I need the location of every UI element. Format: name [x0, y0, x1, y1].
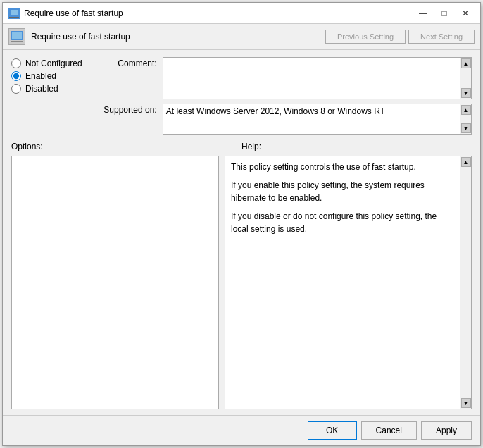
- disabled-radio[interactable]: [11, 84, 21, 94]
- disabled-option[interactable]: Disabled: [11, 84, 82, 94]
- window-icon: [8, 8, 20, 19]
- cancel-button[interactable]: Cancel: [361, 421, 417, 440]
- help-scroll-down[interactable]: ▼: [461, 398, 471, 408]
- window-title: Require use of fast startup: [24, 8, 123, 18]
- section-labels: Options: Help:: [11, 142, 472, 151]
- supported-scroll-down[interactable]: ▼: [461, 123, 471, 133]
- toolbar: Require use of fast startup Previous Set…: [3, 24, 480, 50]
- scroll-up-arrow[interactable]: ▲: [461, 58, 471, 68]
- supported-scroll-up[interactable]: ▲: [461, 105, 471, 115]
- comment-row: Comment: ▲ ▼: [94, 57, 472, 99]
- nav-buttons: Previous Setting Next Setting: [325, 30, 475, 44]
- svg-rect-2: [9, 17, 19, 18]
- svg-rect-5: [11, 41, 23, 42]
- ok-button[interactable]: OK: [308, 421, 357, 440]
- disabled-label: Disabled: [25, 84, 58, 94]
- help-p2: If you enable this policy setting, the s…: [231, 179, 454, 204]
- supported-box: At least Windows Server 2012, Windows 8 …: [163, 104, 472, 135]
- minimize-button[interactable]: —: [414, 6, 432, 20]
- apply-button[interactable]: Apply: [421, 421, 472, 440]
- svg-rect-4: [12, 32, 22, 39]
- supported-scrollbar: ▲ ▼: [460, 104, 471, 134]
- title-bar: Require use of fast startup — □ ✕: [3, 3, 480, 24]
- comment-label: Comment:: [94, 57, 157, 68]
- help-text: This policy setting controls the use of …: [225, 156, 460, 409]
- radio-group: Not Configured Enabled Disabled: [11, 56, 82, 97]
- help-panel: This policy setting controls the use of …: [225, 156, 472, 409]
- help-p3: If you disable or do not configure this …: [231, 210, 454, 235]
- comment-input-wrapper: ▲ ▼: [163, 57, 472, 99]
- help-panel-inner: This policy setting controls the use of …: [225, 156, 471, 409]
- svg-rect-1: [11, 10, 18, 15]
- help-label: Help:: [242, 142, 472, 151]
- enabled-option[interactable]: Enabled: [11, 71, 82, 81]
- main-content: Not Configured Enabled Disabled Comment:: [3, 50, 480, 415]
- next-setting-button[interactable]: Next Setting: [408, 30, 475, 44]
- footer: OK Cancel Apply: [3, 415, 480, 445]
- help-scroll-up[interactable]: ▲: [461, 157, 471, 167]
- scroll-down-arrow[interactable]: ▼: [461, 88, 471, 98]
- help-scrollbar: ▲ ▼: [460, 156, 471, 409]
- toolbar-left: Require use of fast startup: [8, 28, 130, 45]
- enabled-radio[interactable]: [11, 71, 21, 81]
- options-panel: [11, 156, 219, 409]
- maximize-button[interactable]: □: [435, 6, 453, 20]
- main-window: Require use of fast startup — □ ✕ Requir…: [2, 2, 481, 446]
- not-configured-label: Not Configured: [25, 58, 82, 68]
- not-configured-radio[interactable]: [11, 58, 21, 68]
- options-content: [12, 156, 218, 409]
- help-p1: This policy setting controls the use of …: [231, 161, 454, 173]
- close-button[interactable]: ✕: [456, 6, 475, 20]
- prev-setting-button[interactable]: Previous Setting: [325, 30, 406, 44]
- not-configured-option[interactable]: Not Configured: [11, 58, 82, 68]
- comment-scrollbar: ▲ ▼: [460, 58, 471, 99]
- supported-label: Supported on:: [94, 104, 157, 115]
- supported-row: Supported on: At least Windows Server 20…: [94, 104, 472, 135]
- setting-icon: [8, 28, 25, 45]
- title-controls: — □ ✕: [414, 6, 475, 20]
- options-label: Options:: [11, 142, 242, 151]
- enabled-label: Enabled: [25, 71, 56, 81]
- title-bar-left: Require use of fast startup: [8, 8, 123, 19]
- panels-row: This policy setting controls the use of …: [11, 156, 472, 409]
- supported-value: At least Windows Server 2012, Windows 8 …: [163, 104, 460, 118]
- comment-input[interactable]: [163, 58, 460, 99]
- toolbar-title: Require use of fast startup: [31, 32, 130, 42]
